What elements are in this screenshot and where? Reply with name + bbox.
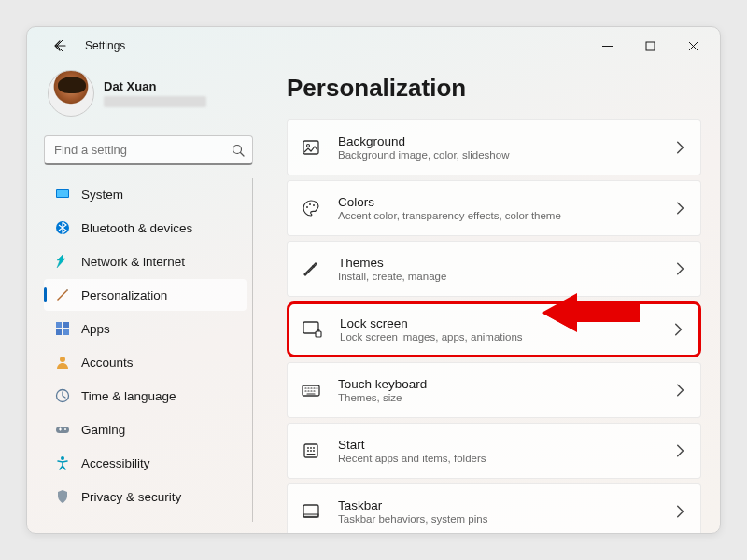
back-button[interactable] xyxy=(49,35,72,57)
svg-point-12 xyxy=(64,428,66,430)
minimize-icon xyxy=(602,41,613,51)
svg-point-15 xyxy=(307,145,310,147)
search-input[interactable] xyxy=(44,135,253,165)
settings-window: Settings Dat Xuan xyxy=(26,26,721,534)
sidebar-item-label: Accessibility xyxy=(81,456,150,470)
svg-point-9 xyxy=(60,357,65,362)
titlebar: Settings xyxy=(27,27,720,64)
svg-point-16 xyxy=(306,206,308,208)
sidebar-item-label: Gaming xyxy=(81,423,125,437)
page-title: Personalization xyxy=(287,74,701,103)
sidebar-item-accounts[interactable]: Accounts xyxy=(44,346,247,378)
chevron-right-icon xyxy=(672,504,687,519)
avatar xyxy=(48,70,94,117)
sidebar-item-label: System xyxy=(81,188,123,202)
account-name: Dat Xuan xyxy=(104,79,206,93)
taskbar-icon xyxy=(301,501,321,522)
card-subtitle: Taskbar behaviors, system pins xyxy=(338,513,672,525)
card-themes[interactable]: Themes Install, create, manage xyxy=(287,241,701,297)
svg-rect-5 xyxy=(56,322,62,328)
card-subtitle: Themes, size xyxy=(338,392,672,403)
svg-point-13 xyxy=(61,456,64,460)
card-title: Taskbar xyxy=(338,498,672,512)
account-email-redacted xyxy=(104,96,206,107)
personalization-icon xyxy=(55,287,70,302)
arrow-left-icon xyxy=(53,38,68,53)
sidebar-item-label: Apps xyxy=(81,322,110,336)
main-content: Personalization Background Background im… xyxy=(262,64,720,533)
accessibility-icon xyxy=(55,455,70,470)
chevron-right-icon xyxy=(670,322,685,337)
start-icon xyxy=(301,441,321,461)
svg-rect-14 xyxy=(303,141,318,154)
accounts-icon xyxy=(55,355,70,370)
card-title: Themes xyxy=(338,256,672,270)
palette-icon xyxy=(301,198,321,218)
chevron-right-icon xyxy=(672,443,687,458)
card-subtitle: Install, create, manage xyxy=(338,271,672,282)
sidebar-item-bluetooth[interactable]: Bluetooth & devices xyxy=(44,212,247,244)
sidebar: Dat Xuan System Bluetooth & devices xyxy=(27,64,262,533)
maximize-button[interactable] xyxy=(628,31,671,61)
apps-icon xyxy=(55,321,70,336)
sidebar-item-personalization[interactable]: Personalization xyxy=(44,279,247,311)
gaming-icon xyxy=(55,422,70,437)
sidebar-item-label: Bluetooth & devices xyxy=(81,221,192,235)
svg-point-17 xyxy=(309,203,311,205)
sidebar-item-label: Network & internet xyxy=(81,255,185,269)
card-background[interactable]: Background Background image, color, slid… xyxy=(287,119,701,175)
card-title: Start xyxy=(338,438,672,452)
card-taskbar[interactable]: Taskbar Taskbar behaviors, system pins xyxy=(287,483,701,533)
card-title: Lock screen xyxy=(340,316,670,330)
sidebar-item-accessibility[interactable]: Accessibility xyxy=(44,447,247,479)
account-info[interactable]: Dat Xuan xyxy=(44,64,253,130)
svg-rect-31 xyxy=(303,514,318,517)
svg-point-26 xyxy=(307,450,309,452)
search-wrap xyxy=(44,135,253,165)
card-lock-screen[interactable]: Lock screen Lock screen images, apps, an… xyxy=(287,301,701,357)
chevron-right-icon xyxy=(672,201,687,216)
sidebar-item-privacy[interactable]: Privacy & security xyxy=(44,481,247,512)
sidebar-item-gaming[interactable]: Gaming xyxy=(44,413,247,445)
sidebar-item-label: Accounts xyxy=(81,356,134,370)
network-icon xyxy=(55,254,70,269)
close-icon xyxy=(688,41,698,51)
minimize-button[interactable] xyxy=(585,31,628,61)
brush-icon xyxy=(301,259,321,279)
time-language-icon xyxy=(55,388,70,403)
sidebar-item-system[interactable]: System xyxy=(44,178,247,210)
svg-point-18 xyxy=(313,204,315,206)
app-title: Settings xyxy=(85,39,125,52)
card-subtitle: Lock screen images, apps, animations xyxy=(340,331,670,343)
card-subtitle: Recent apps and items, folders xyxy=(338,453,672,464)
sidebar-item-network[interactable]: Network & internet xyxy=(44,245,247,277)
card-subtitle: Background image, color, slideshow xyxy=(338,149,672,161)
sidebar-item-label: Personalization xyxy=(81,288,167,302)
svg-rect-29 xyxy=(307,454,316,455)
maximize-icon xyxy=(645,41,655,51)
card-start[interactable]: Start Recent apps and items, folders xyxy=(287,423,701,479)
nav: System Bluetooth & devices Network & int… xyxy=(44,178,253,522)
keyboard-icon xyxy=(301,380,321,400)
chevron-right-icon xyxy=(672,383,687,398)
card-colors[interactable]: Colors Accent color, transparency effect… xyxy=(287,180,701,236)
card-title: Colors xyxy=(338,195,672,209)
svg-rect-20 xyxy=(316,331,321,337)
sidebar-item-apps[interactable]: Apps xyxy=(44,313,247,344)
sidebar-item-time-language[interactable]: Time & language xyxy=(44,380,247,412)
chevron-right-icon xyxy=(672,261,687,276)
card-title: Touch keyboard xyxy=(338,377,672,391)
privacy-icon xyxy=(55,489,70,504)
svg-point-25 xyxy=(313,447,315,449)
svg-rect-6 xyxy=(63,322,69,328)
image-icon xyxy=(301,137,321,158)
close-button[interactable] xyxy=(671,31,714,61)
sidebar-item-label: Privacy & security xyxy=(81,490,181,504)
search-icon xyxy=(231,143,246,158)
system-icon xyxy=(55,187,70,202)
svg-point-24 xyxy=(310,447,312,449)
lockscreen-icon xyxy=(303,319,323,340)
sidebar-item-label: Time & language xyxy=(81,389,176,403)
card-touch-keyboard[interactable]: Touch keyboard Themes, size xyxy=(287,362,701,418)
svg-point-28 xyxy=(313,450,315,452)
